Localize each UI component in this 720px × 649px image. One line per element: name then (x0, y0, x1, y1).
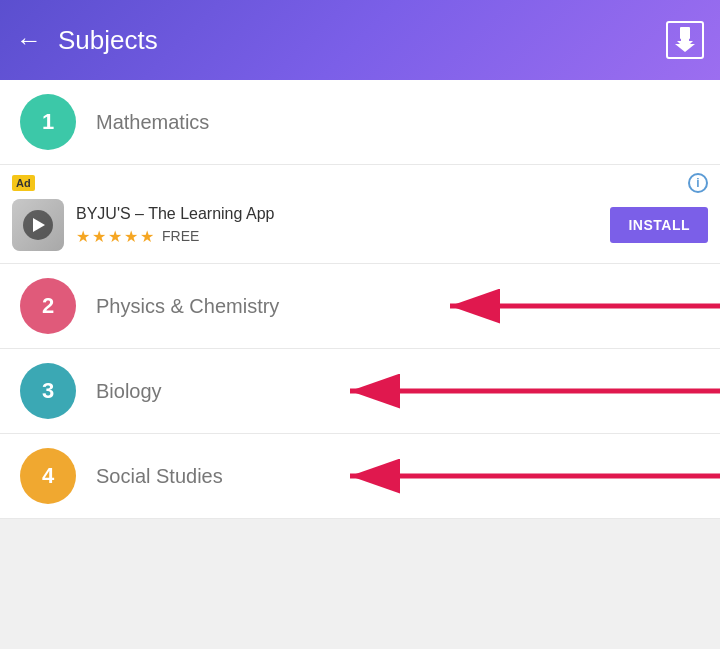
svg-rect-1 (681, 33, 689, 41)
subject-item-physics-chemistry[interactable]: 2 Physics & Chemistry (0, 264, 720, 349)
install-button[interactable]: INSTALL (610, 207, 708, 243)
star-4: ★ (124, 227, 138, 246)
svg-rect-0 (681, 31, 689, 33)
app-header: ← Subjects (0, 0, 720, 80)
page-title: Subjects (58, 25, 666, 56)
star-2: ★ (92, 227, 106, 246)
ad-content: BYJU'S – The Learning App ★ ★ ★ ★ ★ FREE… (12, 199, 708, 251)
subject-name-social-studies: Social Studies (96, 465, 223, 488)
arrow-biology (340, 361, 720, 421)
subject-name-biology: Biology (96, 380, 162, 403)
star-half: ★ (140, 227, 154, 246)
subject-name-physics-chemistry: Physics & Chemistry (96, 295, 279, 318)
subject-circle-4: 4 (20, 448, 76, 504)
arrow-social-studies (340, 446, 720, 506)
ad-info-icon[interactable]: i (688, 173, 708, 193)
play-button-overlay[interactable] (23, 210, 53, 240)
ad-banner: Ad i BYJU'S – The Learning App ★ ★ ★ ★ ★… (0, 165, 720, 264)
download-button[interactable] (666, 21, 704, 59)
subject-item-biology[interactable]: 3 Biology (0, 349, 720, 434)
arrow-physics-chemistry (440, 276, 720, 336)
ad-app-name: BYJU'S – The Learning App (76, 205, 610, 223)
svg-marker-2 (677, 41, 693, 49)
back-button[interactable]: ← (16, 27, 42, 53)
subject-item-social-studies[interactable]: 4 Social Studies (0, 434, 720, 519)
ad-label: Ad (12, 175, 35, 191)
star-1: ★ (76, 227, 90, 246)
subject-name-mathematics: Mathematics (96, 111, 209, 134)
ad-stars-row: ★ ★ ★ ★ ★ FREE (76, 227, 610, 246)
ad-price: FREE (162, 228, 199, 244)
subject-circle-1: 1 (20, 94, 76, 150)
subject-circle-2: 2 (20, 278, 76, 334)
subject-circle-3: 3 (20, 363, 76, 419)
star-3: ★ (108, 227, 122, 246)
ad-app-icon (12, 199, 64, 251)
subject-item-mathematics[interactable]: 1 Mathematics (0, 80, 720, 165)
ad-label-row: Ad i (12, 173, 708, 193)
ad-text-block: BYJU'S – The Learning App ★ ★ ★ ★ ★ FREE (76, 205, 610, 246)
play-triangle-icon (33, 218, 45, 232)
